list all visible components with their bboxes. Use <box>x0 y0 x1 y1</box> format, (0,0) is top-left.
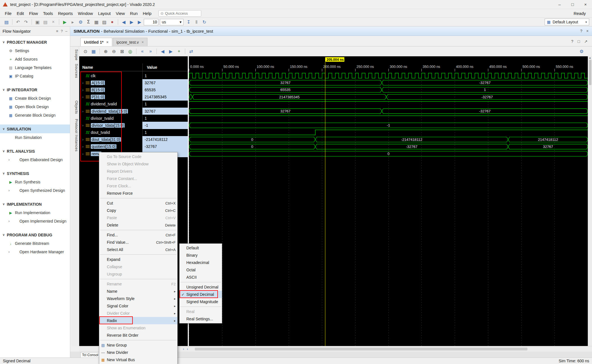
menu-run[interactable]: Run <box>127 10 140 17</box>
context-menu-item-cut[interactable]: CutCtrl+X <box>99 199 177 207</box>
edit-icon[interactable]: ▨ <box>101 18 108 26</box>
settings-gear-icon[interactable]: ⚙ <box>77 18 84 26</box>
flownav-item-open-block-design[interactable]: ▦Open Block Design <box>0 103 70 111</box>
tab-ipcore-test-v[interactable]: ipcore_test.v× <box>113 38 147 46</box>
flownav-item-generate-bitstream[interactable]: ↓Generate Bitstream <box>0 239 70 248</box>
flownav-item-settings[interactable]: ⚙Settings <box>0 46 70 55</box>
flownav-item-open-implemented-design[interactable]: ›Open Implemented Design <box>0 217 70 225</box>
signal-row-dividend-tdata-15-0[interactable]: ›dividend_tdata[15:0]32767 <box>79 108 188 115</box>
flownav-item-open-elaborated-design[interactable]: ›Open Elaborated Design <box>0 156 70 164</box>
delete-icon[interactable]: × <box>50 18 57 26</box>
flownav-item-run-synthesis[interactable]: ▶Run Synthesis <box>0 178 70 186</box>
context-menu-item-remove-force[interactable]: Remove Force <box>99 190 177 197</box>
context-menu-item-reverse-bit-order[interactable]: Reverse Bit Order <box>99 332 177 339</box>
menu-reports[interactable]: Reports <box>56 10 76 17</box>
flownav-item-ip-catalog[interactable]: ▣IP Catalog <box>0 72 70 80</box>
sim-run-all-icon[interactable]: ▶ <box>128 18 135 26</box>
flownav-item-run-simulation[interactable]: Run Simulation <box>0 133 70 142</box>
menu-flow[interactable]: Flow <box>26 10 41 17</box>
signal-name-cell[interactable]: ›A[15:0] <box>79 79 142 86</box>
side-tab-protocol-instances[interactable]: Protocol Instances <box>72 117 79 153</box>
add-marker-icon[interactable]: + <box>175 48 183 55</box>
open-hardware-icon[interactable]: ▤ <box>3 18 10 26</box>
scrollbar-thumb[interactable] <box>195 348 527 350</box>
sim-relaunch-icon[interactable]: ↻ <box>201 18 208 26</box>
save-waveform-icon[interactable]: ▦ <box>90 48 97 55</box>
expand-arrow-icon[interactable]: › <box>81 145 85 148</box>
help-icon[interactable]: ? <box>580 29 582 33</box>
radix-option-default[interactable]: Default <box>180 244 222 252</box>
menu-file[interactable]: File <box>2 10 14 17</box>
zoom-to-cursor-icon[interactable]: ◎ <box>127 48 134 55</box>
expand-right-icon[interactable]: › <box>183 347 184 351</box>
radix-option-real-settings[interactable]: Real Settings... <box>180 315 222 323</box>
signal-row-quotient-15-0[interactable]: ›quotient[15:0]-32767 <box>79 143 188 150</box>
redo-icon[interactable]: ↷ <box>22 18 30 26</box>
minimize-button[interactable]: – <box>553 0 566 9</box>
scroll-up-icon[interactable]: ▲ <box>588 56 592 59</box>
context-menu-item-delete[interactable]: DeleteDelete <box>99 221 177 229</box>
sim-pause-icon[interactable]: Ⅱ <box>193 18 200 26</box>
close-button[interactable]: × <box>579 0 592 9</box>
menu-view[interactable]: View <box>113 10 127 17</box>
signal-row-dout-tdata-31-0[interactable]: ›dout_tdata[31:0]-2147418112 <box>79 136 188 143</box>
radix-option-unsigned-decimal[interactable]: Unsigned Decimal <box>180 283 222 291</box>
context-menu-item-copy[interactable]: CopyCtrl+C <box>99 207 177 214</box>
sim-step-icon[interactable]: ↧ <box>185 18 192 26</box>
vertical-scrollbar[interactable]: ▲ <box>588 56 592 346</box>
signal-name-cell[interactable]: ›dividend_tdata[15:0] <box>79 108 142 115</box>
waveform-settings-gear-icon[interactable]: ⚙ <box>578 48 585 55</box>
stop-icon[interactable]: ▸ <box>69 18 76 26</box>
expand-arrow-icon[interactable]: › <box>81 88 85 92</box>
flownav-item-run-implementation[interactable]: ▶Run Implementation <box>0 208 70 217</box>
collapse-left-icon[interactable]: ‹ <box>187 347 188 351</box>
zoom-out-icon[interactable]: ⊖ <box>110 48 118 55</box>
menu-window[interactable]: Window <box>75 10 95 17</box>
float-icon[interactable]: □ <box>578 39 580 44</box>
radix-option-signed-decimal[interactable]: ✓Signed Decimal <box>180 291 222 298</box>
paste-icon[interactable]: ▤ <box>42 18 49 26</box>
toggle-icon[interactable]: ≡ <box>56 29 58 33</box>
run-time-input[interactable] <box>144 19 158 25</box>
context-menu-item-new-virtual-bus[interactable]: ▦New Virtual Bus <box>99 356 177 363</box>
signal-row-dividend-tvalid[interactable]: dividend_tvalid1 <box>79 101 188 108</box>
context-menu-item-new-divider[interactable]: —New Divider <box>99 349 177 356</box>
layout-select[interactable]: ▦ Default Layout ▾ <box>545 19 589 25</box>
flownav-item-language-templates[interactable]: ▤Language Templates <box>0 63 70 72</box>
expand-arrow-icon[interactable]: › <box>81 124 85 127</box>
context-menu-item-find-value[interactable]: Find Value...Ctrl+Shift+F <box>99 239 177 246</box>
signal-row-divisor-tvalid[interactable]: divisor_tvalid1 <box>79 115 188 122</box>
context-menu-item-signal-color[interactable]: Signal Color▸ <box>99 302 177 310</box>
maximize-icon[interactable]: ↗ <box>584 39 587 44</box>
side-tab-sources[interactable]: Sources <box>72 62 79 79</box>
quick-access-input[interactable] <box>165 11 196 15</box>
sim-restart-icon[interactable]: ◀ <box>120 18 127 26</box>
signal-name-cell[interactable]: ›P[31:0] <box>79 94 142 101</box>
flownav-item-create-block-design[interactable]: ▦Create Block Design <box>0 94 70 103</box>
expand-arrow-icon[interactable]: › <box>81 152 85 156</box>
flownav-title-rtl-analysis[interactable]: ∨RTL ANALYSIS <box>0 147 70 156</box>
side-tab-scope[interactable]: Scope <box>72 48 79 62</box>
signal-row-a-15-0[interactable]: ›A[15:0]32767 <box>79 79 188 86</box>
signal-name-cell[interactable]: dout_tvalid <box>79 129 142 136</box>
minimize-icon[interactable]: – <box>65 29 67 33</box>
context-menu-item-find[interactable]: Find...Ctrl+F <box>99 231 177 239</box>
flownav-title-synthesis[interactable]: ∨SYNTHESIS <box>0 169 70 178</box>
expand-arrow-icon[interactable]: › <box>81 110 85 113</box>
sum-icon[interactable]: Σ <box>85 18 92 26</box>
debug-icon[interactable]: ● <box>109 18 116 26</box>
radix-option-ascii[interactable]: ASCII <box>180 274 222 281</box>
signal-row-dout-tvalid[interactable]: dout_tvalid1 <box>79 129 188 136</box>
signal-row-divisor-tdata-15-0[interactable]: ›divisor_tdata[15:0]-1 <box>79 122 188 129</box>
expand-arrow-icon[interactable]: › <box>81 95 85 99</box>
tab-tcl-console[interactable]: Tcl Consol <box>80 352 100 358</box>
flownav-item-open-synthesized-design[interactable]: ›Open Synthesized Design <box>0 186 70 195</box>
scrollbar-thumb[interactable] <box>589 60 591 85</box>
context-menu-item-expand[interactable]: Expand <box>99 256 177 263</box>
signal-row-clk[interactable]: clk1 <box>79 72 188 79</box>
find-icon[interactable]: ⊙ <box>82 48 89 55</box>
signal-name-cell[interactable]: clk <box>79 72 142 79</box>
menu-layout[interactable]: Layout <box>96 10 113 17</box>
flownav-item-open-hardware-manager[interactable]: ›Open Hardware Manager <box>0 248 70 256</box>
signal-name-cell[interactable]: ›B[15:0] <box>79 86 142 93</box>
